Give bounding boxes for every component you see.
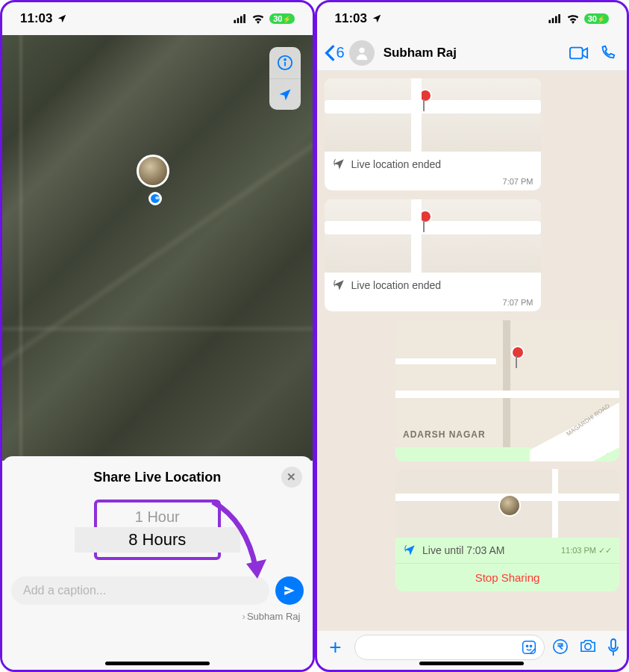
map-info-button[interactable] bbox=[269, 47, 301, 78]
back-button[interactable]: 6 bbox=[325, 44, 345, 61]
satellite-map[interactable] bbox=[2, 35, 313, 461]
status-bar: 11:03 30⚡ bbox=[317, 2, 628, 35]
chat-input-bar: + bbox=[317, 631, 628, 664]
sticker-icon[interactable] bbox=[522, 640, 536, 655]
svg-point-14 bbox=[526, 645, 528, 647]
svg-rect-1 bbox=[237, 18, 240, 23]
message-input[interactable] bbox=[354, 635, 545, 660]
live-until-text: Live until 7:03 AM bbox=[422, 544, 555, 556]
svg-point-17 bbox=[585, 644, 591, 650]
battery-badge: 30⚡ bbox=[584, 13, 609, 24]
share-location-sheet: Share Live Location ✕ 1 Hour 8 Hours Add… bbox=[2, 456, 313, 670]
wifi-icon bbox=[566, 14, 580, 24]
svg-rect-18 bbox=[611, 639, 616, 649]
location-arrow-icon bbox=[372, 13, 382, 24]
chat-header: 6 Subham Raj bbox=[317, 35, 628, 71]
mic-icon[interactable] bbox=[607, 638, 619, 656]
svg-rect-2 bbox=[240, 16, 242, 23]
live-location-ended-icon bbox=[332, 279, 345, 292]
duration-option-8h[interactable]: 8 Hours bbox=[75, 530, 240, 550]
incoming-location-message[interactable]: Live location ended 7:07 PM bbox=[325, 199, 541, 311]
cellular-icon bbox=[548, 14, 562, 23]
svg-rect-7 bbox=[548, 20, 551, 23]
duration-picker[interactable]: 1 Hour 8 Hours bbox=[94, 500, 221, 560]
svg-point-11 bbox=[359, 47, 364, 52]
send-button[interactable] bbox=[275, 576, 304, 605]
video-call-button[interactable] bbox=[567, 41, 591, 65]
camera-icon[interactable] bbox=[579, 638, 597, 653]
sheet-title: Share Live Location bbox=[93, 470, 221, 485]
map-controls bbox=[269, 47, 301, 110]
svg-point-6 bbox=[284, 59, 286, 60]
left-screenshot: 11:03 30⚡ Share Live Location ✕ 1 Hour bbox=[0, 0, 315, 672]
location-status: Live location ended bbox=[351, 158, 442, 170]
status-bar: 11:03 30⚡ bbox=[2, 2, 313, 35]
user-avatar-pin[interactable] bbox=[137, 155, 169, 187]
outgoing-live-location-message[interactable]: Live until 7:03 AM 11:03 PM✓✓ Stop Shari… bbox=[395, 469, 619, 591]
location-status: Live location ended bbox=[351, 279, 442, 291]
incoming-location-message[interactable]: Live location ended 7:07 PM bbox=[325, 78, 541, 190]
svg-rect-13 bbox=[523, 641, 536, 654]
clock: 11:03 bbox=[20, 11, 52, 26]
svg-rect-3 bbox=[244, 14, 246, 23]
svg-rect-8 bbox=[551, 18, 554, 23]
map-thumbnail: ADARSH NAGAR MAGARDHI ROAD bbox=[395, 320, 619, 447]
contact-avatar[interactable] bbox=[349, 40, 375, 66]
svg-rect-12 bbox=[570, 47, 583, 58]
current-location-dot bbox=[148, 192, 162, 205]
attach-button[interactable]: + bbox=[325, 635, 347, 659]
wifi-icon bbox=[251, 14, 265, 24]
live-location-ended-icon bbox=[332, 158, 345, 171]
svg-rect-9 bbox=[555, 16, 557, 23]
live-location-active-icon bbox=[403, 544, 416, 557]
svg-rect-0 bbox=[234, 20, 237, 23]
map-thumbnail bbox=[325, 78, 541, 152]
home-indicator[interactable] bbox=[419, 662, 524, 665]
home-indicator[interactable] bbox=[105, 662, 210, 665]
duration-option-1h[interactable]: 1 Hour bbox=[97, 508, 218, 526]
battery-badge: 30⚡ bbox=[269, 13, 294, 24]
message-time: 11:03 PM✓✓ bbox=[561, 546, 612, 556]
voice-call-button[interactable] bbox=[595, 41, 619, 65]
chat-body[interactable]: Live location ended 7:07 PM Live locatio… bbox=[317, 71, 628, 631]
user-avatar-pin bbox=[498, 494, 521, 517]
svg-rect-10 bbox=[558, 14, 560, 23]
message-time: 7:07 PM bbox=[325, 298, 541, 311]
read-ticks-icon: ✓✓ bbox=[598, 546, 612, 556]
right-screenshot: 11:03 30⚡ 6 Subham Raj bbox=[315, 0, 630, 672]
region-label: ADARSH NAGAR bbox=[403, 429, 486, 440]
recipient-row[interactable]: ›Subham Raj bbox=[11, 611, 304, 622]
locate-me-button[interactable] bbox=[269, 78, 301, 110]
stop-sharing-button[interactable]: Stop Sharing bbox=[395, 563, 619, 591]
caption-input[interactable]: Add a caption... bbox=[11, 576, 269, 605]
map-thumbnail bbox=[395, 469, 619, 538]
svg-point-15 bbox=[530, 645, 531, 647]
outgoing-location-message[interactable]: ADARSH NAGAR MAGARDHI ROAD 10:58 PM✓✓ bbox=[395, 320, 619, 461]
payment-icon[interactable] bbox=[552, 638, 569, 655]
cellular-icon bbox=[234, 14, 247, 23]
clock: 11:03 bbox=[335, 11, 367, 26]
map-thumbnail bbox=[325, 199, 541, 273]
close-sheet-button[interactable]: ✕ bbox=[281, 467, 302, 488]
contact-name[interactable]: Subham Raj bbox=[384, 46, 563, 60]
message-time: 7:07 PM bbox=[325, 177, 541, 190]
location-arrow-icon bbox=[57, 13, 67, 24]
